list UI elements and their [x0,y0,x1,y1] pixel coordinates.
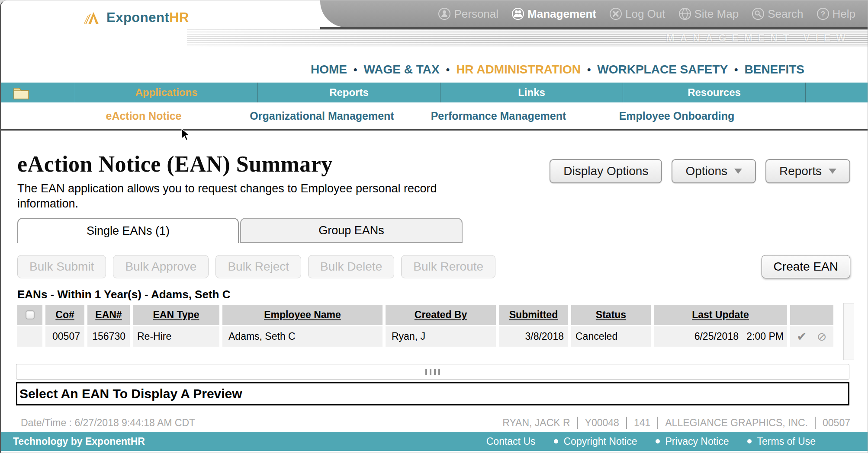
mouse-cursor [181,128,193,141]
logo-caret-icon [83,10,103,26]
col-header-employee-name[interactable]: Employee Name [222,305,383,326]
utility-nav: Personal Management Log Out Site Map [320,0,868,27]
ean-table: Co# EAN# EAN Type Employee Name Created … [14,305,836,347]
last-update-date: 6/25/2018 [654,331,739,342]
footer-technology: Technology by ExponentHR [13,436,145,447]
logo-text: ExponentHR [106,10,189,26]
nav-hr-administration[interactable]: HR ADMINISTRATION [456,63,581,77]
toolbar: Display Options Options Reports [550,159,850,183]
chevron-down-icon [829,169,836,174]
submenu-organizational-management[interactable]: Organizational Management [250,110,394,122]
menu-bar: Applications Reports Links Resources [1,83,868,102]
menu-tab-resources[interactable]: Resources [623,83,806,102]
utility-nav-search[interactable]: Search [752,7,803,21]
exponenthr-logo[interactable]: ExponentHR [83,10,189,26]
menu-tab-links[interactable]: Links [440,83,623,102]
bulk-submit-button[interactable]: Bulk Submit [17,255,106,278]
nav-separator: • [354,64,357,76]
tab-group-eans[interactable]: Group EANs [240,218,463,243]
footer-link-copyright-notice[interactable]: Copyright Notice [554,436,637,447]
reports-label: Reports [779,164,822,178]
col-header-last-update[interactable]: Last Update [654,305,787,326]
footer-link-privacy-notice[interactable]: Privacy Notice [656,436,729,447]
bulk-reroute-button[interactable]: Bulk Reroute [401,255,495,278]
footer-link-contact-us[interactable]: Contact Us [486,436,536,447]
col-header-created-by[interactable]: Created By [386,305,496,326]
display-options-label: Display Options [563,164,648,178]
cell-last-update: 6/25/2018 2:00 PM [654,326,787,347]
splitter-handle[interactable] [16,364,849,380]
submenu-eaction-notice[interactable]: eAction Notice [106,110,181,122]
utility-nav-label: Personal [454,7,498,21]
utility-nav-help[interactable]: ? Help [817,7,855,21]
splitter-grip [434,369,436,375]
help-icon: ? [817,7,829,20]
submenu-performance-management[interactable]: Performance Management [431,110,566,122]
col-header-co[interactable]: Co# [45,305,84,326]
display-options-button[interactable]: Display Options [550,159,662,183]
search-icon [752,7,765,20]
col-header-submitted[interactable]: Submitted [499,305,568,326]
options-label: Options [685,164,727,178]
page-description: The EAN application allows you to reques… [17,181,441,211]
last-update-time: 2:00 PM [739,331,787,342]
select-all-header [17,305,42,326]
bulk-delete-button[interactable]: Bulk Delete [308,255,394,278]
utility-bar-edge [320,27,868,29]
cell-submitted: 3/8/2018 [499,326,568,347]
status-bar: Date/Time : 6/27/2018 9:44:18 AM CDT RYA… [17,417,868,429]
utility-nav-logout[interactable]: Log Out [609,7,665,21]
footer-link-terms-of-use[interactable]: Terms of Use [747,436,816,447]
nav-benefits[interactable]: BENEFITS [744,63,804,77]
grid-caption: EANs - Within 1 Year(s) - Adams, Seth C [17,288,868,301]
grid-scrollbar[interactable] [843,303,854,360]
cell-employee-name: Adams, Seth C [222,326,383,347]
chevron-down-icon [734,169,742,174]
utility-nav-management[interactable]: Management [511,7,596,21]
reports-button[interactable]: Reports [765,159,850,183]
cell-co: 00507 [45,326,84,347]
nav-home[interactable]: HOME [311,63,347,77]
nav-separator: • [734,64,738,76]
utility-nav-label: Log Out [625,7,665,21]
utility-nav-sitemap[interactable]: Site Map [678,7,739,21]
tab-single-eans[interactable]: Single EANs (1) [17,218,239,243]
header: ExponentHR Personal Management Log Out [1,0,868,57]
separator [626,417,627,429]
table-row[interactable]: 00507 156730 Re-Hire Adams, Seth C Ryan,… [17,326,833,347]
col-header-status[interactable]: Status [571,305,651,326]
col-header-ean[interactable]: EAN# [87,305,130,326]
status-datetime: Date/Time : 6/27/2018 9:44:18 AM CDT [21,417,195,429]
svg-text:?: ? [820,10,825,18]
void-icon[interactable]: ⊘ [817,330,827,344]
bulk-reject-button[interactable]: Bulk Reject [215,255,301,278]
nav-workplace-safety[interactable]: WORKPLACE SAFETY [597,63,728,77]
cell-select [17,326,42,347]
col-header-ean-type[interactable]: EAN Type [133,305,219,326]
bullet-icon [747,439,752,443]
options-button[interactable]: Options [672,159,756,183]
cell-status: Canceled [571,326,651,347]
submenu-employee-onboarding[interactable]: Employee Onboarding [619,110,735,122]
exponenthr-window: ExponentHR Personal Management Log Out [0,0,868,453]
cell-created-by: Ryan, J [386,326,496,347]
sub-menu: eAction Notice Organizational Management… [1,102,868,131]
utility-nav-personal[interactable]: Personal [438,7,498,21]
select-all-checkbox[interactable] [26,310,35,319]
check-icon[interactable]: ✔ [797,330,807,344]
logout-icon [609,7,622,20]
bulk-actions-row: Bulk Submit Bulk Approve Bulk Reject Bul… [17,255,868,278]
create-ean-button[interactable]: Create EAN [762,255,850,278]
status-user-id: Y00048 [585,417,619,429]
status-company: ALLEGIANCE GRAPHICS, INC. [665,417,808,429]
nav-wage-tax[interactable]: WAGE & TAX [363,63,439,77]
utility-nav-label: Site Map [694,7,739,21]
menu-tab-applications[interactable]: Applications [75,83,258,102]
table-header-row: Co# EAN# EAN Type Employee Name Created … [17,305,833,326]
bulk-approve-button[interactable]: Bulk Approve [113,255,209,278]
menu-tab-reports[interactable]: Reports [258,83,440,102]
col-header-actions [790,305,833,326]
management-view-banner: MANAGEMENT VIEW [666,29,851,47]
separator [657,417,658,429]
folder-button[interactable] [1,83,75,102]
